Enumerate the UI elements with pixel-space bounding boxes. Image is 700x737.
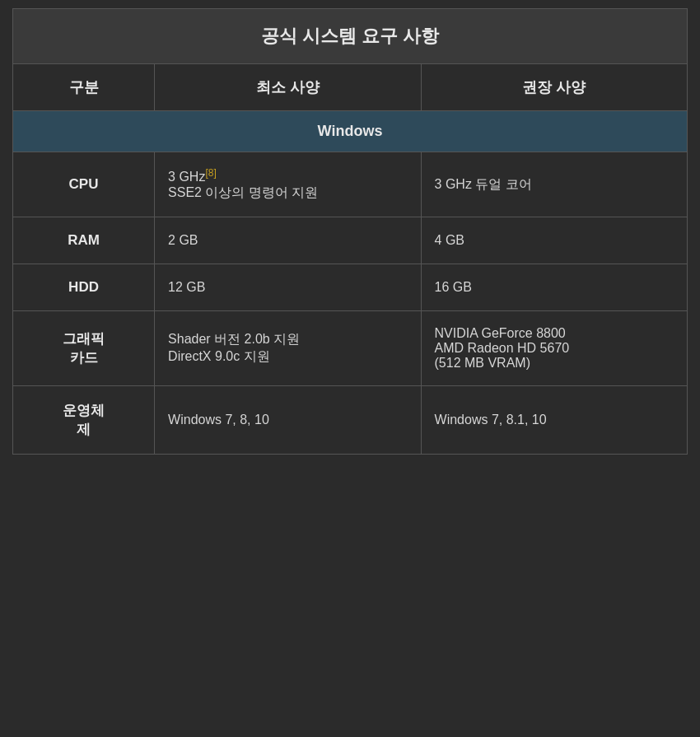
hdd-min-spec: 12 GB <box>155 264 421 311</box>
header-rec-spec: 권장 사양 <box>421 64 687 111</box>
os-rec-spec: Windows 7, 8.1, 10 <box>421 386 687 455</box>
gpu-rec-spec: NVIDIA GeForce 8800 AMD Radeon HD 5670 (… <box>421 311 687 386</box>
header-min-spec: 최소 사양 <box>155 64 421 111</box>
header-category: 구분 <box>13 64 155 111</box>
cpu-rec-value: 3 GHz 듀얼 코어 <box>435 177 532 191</box>
table-row: HDD 12 GB 16 GB <box>13 264 688 311</box>
gpu-rec-nvidia: NVIDIA GeForce 8800 <box>435 326 566 340</box>
table-title: 공식 시스템 요구 사항 <box>13 9 688 64</box>
system-requirements-table: 공식 시스템 요구 사항 구분 최소 사양 권장 사양 Windows CPU … <box>12 8 688 455</box>
section-windows-row: Windows <box>13 111 688 152</box>
os-label: 운영체제 <box>13 386 155 455</box>
ram-min-value: 2 GB <box>168 233 198 247</box>
gpu-min-spec: Shader 버전 2.0b 지원 DirectX 9.0c 지원 <box>155 311 421 386</box>
hdd-min-value: 12 GB <box>168 280 205 294</box>
cpu-min-extra: SSE2 이상의 명령어 지원 <box>168 185 318 199</box>
hdd-rec-spec: 16 GB <box>421 264 687 311</box>
cpu-rec-spec: 3 GHz 듀얼 코어 <box>421 152 687 217</box>
ram-rec-value: 4 GB <box>435 233 464 247</box>
header-row: 구분 최소 사양 권장 사양 <box>13 64 688 111</box>
table-row: RAM 2 GB 4 GB <box>13 217 688 264</box>
hdd-rec-value: 16 GB <box>435 280 472 294</box>
gpu-rec-amd: AMD Radeon HD 5670 <box>435 341 570 355</box>
title-row: 공식 시스템 요구 사항 <box>13 9 688 64</box>
table-row: 운영체제 Windows 7, 8, 10 Windows 7, 8.1, 10 <box>13 386 688 455</box>
os-rec-value: Windows 7, 8.1, 10 <box>435 413 547 427</box>
ram-rec-spec: 4 GB <box>421 217 687 264</box>
table-row: CPU 3 GHz[8] SSE2 이상의 명령어 지원 3 GHz 듀얼 코어 <box>13 152 688 217</box>
gpu-rec-vram: (512 MB VRAM) <box>435 356 530 370</box>
os-min-value: Windows 7, 8, 10 <box>168 413 269 427</box>
cpu-footnote: [8] <box>205 167 216 179</box>
hdd-label: HDD <box>13 264 155 311</box>
gpu-label: 그래픽카드 <box>13 311 155 386</box>
cpu-min-spec: 3 GHz[8] SSE2 이상의 명령어 지원 <box>155 152 421 217</box>
gpu-min-directx: DirectX 9.0c 지원 <box>168 349 270 363</box>
section-windows-label: Windows <box>13 111 688 152</box>
ram-min-spec: 2 GB <box>155 217 421 264</box>
cpu-min-freq: 3 GHz <box>168 170 205 184</box>
table-wrapper: 공식 시스템 요구 사항 구분 최소 사양 권장 사양 Windows CPU … <box>0 0 700 463</box>
os-min-spec: Windows 7, 8, 10 <box>155 386 421 455</box>
table-row: 그래픽카드 Shader 버전 2.0b 지원 DirectX 9.0c 지원 … <box>13 311 688 386</box>
gpu-min-shader: Shader 버전 2.0b 지원 <box>168 332 300 346</box>
cpu-label: CPU <box>13 152 155 217</box>
ram-label: RAM <box>13 217 155 264</box>
